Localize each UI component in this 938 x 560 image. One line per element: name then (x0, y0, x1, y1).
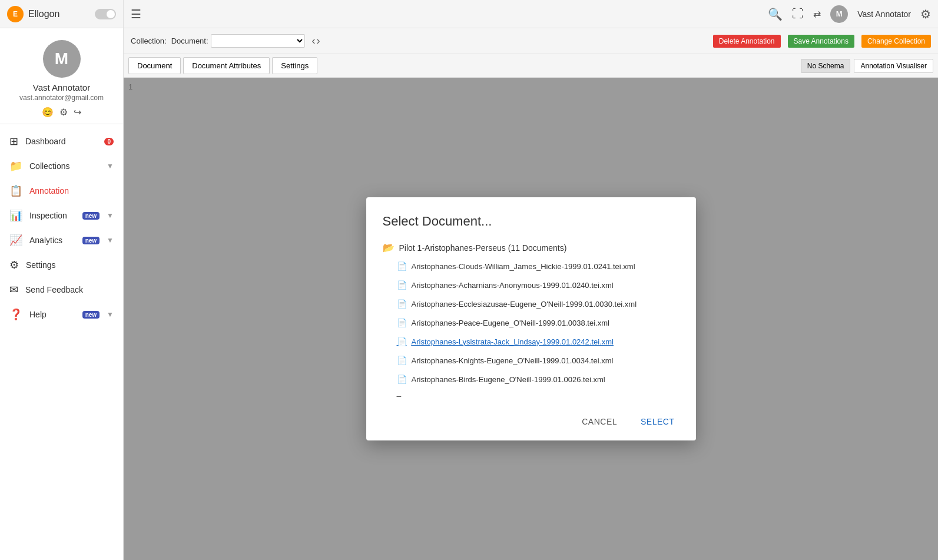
avatar: M (43, 40, 81, 78)
user-email: vast.annotator@gmail.com (19, 94, 104, 102)
document-item-2[interactable]: 📄 Aristophanes-Acharnians-Anonymous-1999… (383, 276, 680, 294)
collection-name: Pilot 1-Aristophanes-Perseus (11 Documen… (399, 243, 567, 253)
save-annotations-button[interactable]: Save Annotations (788, 35, 854, 48)
modal-body: 📂 Pilot 1-Aristophanes-Perseus (11 Docum… (366, 238, 696, 403)
document-label: Document: (171, 37, 208, 45)
no-schema-button[interactable]: No Schema (801, 59, 851, 73)
sidebar-item-settings[interactable]: ⚙ Settings (0, 253, 123, 277)
chevron-down-icon: ▼ (107, 211, 114, 220)
help-icon: ❓ (9, 308, 22, 321)
global-icons: 🔍 ⛶ ⇄ M Vast Annotator ⚙ (768, 5, 931, 23)
analytics-new-badge: new (82, 237, 100, 244)
logout-icon[interactable]: ↪ (74, 107, 81, 118)
main-area: ☰ 🔍 ⛶ ⇄ M Vast Annotator ⚙ Collection: D… (124, 0, 938, 560)
prev-arrow-icon[interactable]: ‹ (312, 35, 316, 47)
sidebar-item-dashboard[interactable]: ⊞ Dashboard 0 (0, 129, 123, 154)
feedback-icon: ✉ (9, 283, 18, 296)
document-item-3[interactable]: 📄 Aristophanes-Ecclesiazusae-Eugene_O'Ne… (383, 294, 680, 313)
inspection-new-badge: new (82, 212, 100, 220)
sidebar-item-help[interactable]: ❓ Help new ▼ (0, 302, 123, 327)
sidebar-item-collections[interactable]: 📁 Collections ▼ (0, 154, 123, 178)
doc-name: Aristophanes-Ecclesiazusae-Eugene_O'Neil… (412, 300, 637, 309)
translate-icon[interactable]: ⇄ (813, 8, 821, 19)
annotation-visualiser-button[interactable]: Annotation Visualiser (854, 59, 933, 73)
collection-row: 📂 Pilot 1-Aristophanes-Perseus (11 Docum… (383, 238, 680, 257)
hamburger-icon[interactable]: ☰ (131, 7, 141, 21)
nav-arrows: ‹ › (312, 35, 320, 47)
fullscreen-icon[interactable]: ⛶ (792, 7, 804, 21)
doc-icon: 📄 (397, 375, 407, 384)
doc-name: Aristophanes-Knights-Eugene_O'Neill-1999… (412, 356, 614, 365)
app-logo: E (7, 6, 24, 22)
chevron-down-icon: ▼ (107, 162, 114, 170)
tab-settings[interactable]: Settings (272, 57, 317, 74)
settings-nav-icon: ⚙ (9, 259, 19, 271)
sidebar-item-label: Dashboard (25, 137, 97, 146)
doc-name: Aristophanes-Lysistrata-Jack_Lindsay-199… (412, 337, 614, 346)
collections-icon: 📁 (9, 160, 22, 173)
user-icons: 😊 ⚙ ↪ (42, 107, 81, 118)
help-new-badge: new (82, 311, 100, 319)
sidebar-item-label: Collections (29, 161, 100, 171)
search-icon[interactable]: 🔍 (768, 7, 783, 21)
chevron-down-icon: ▼ (107, 310, 114, 319)
document-item-6[interactable]: 📄 Aristophanes-Knights-Eugene_O'Neill-19… (383, 351, 680, 370)
tab-document-attributes[interactable]: Document Attributes (183, 57, 270, 74)
doc-name: Aristophanes-Clouds-William_James_Hickie… (412, 262, 635, 271)
global-user-name: Vast Annotator (857, 9, 911, 19)
modal-title: Select Document... (366, 197, 696, 238)
analytics-icon: 📈 (9, 234, 22, 247)
sidebar-item-inspection[interactable]: 📊 Inspection new ▼ (0, 203, 123, 228)
global-settings-icon[interactable]: ⚙ (920, 7, 931, 21)
sidebar-item-label: Help (29, 310, 75, 319)
select-button[interactable]: SELECT (631, 412, 684, 431)
profile-icon[interactable]: 😊 (42, 107, 54, 118)
sidebar-item-label: Settings (26, 260, 114, 270)
document-select-wrap: Document: (171, 34, 305, 48)
doc-icon: 📄 (397, 280, 407, 290)
doc-name: Aristophanes-Birds-Eugene_O'Neill-1999.0… (412, 375, 605, 384)
document-item-7[interactable]: 📄 Aristophanes-Birds-Eugene_O'Neill-1999… (383, 370, 680, 389)
doc-name: Aristophanes-Peace-Eugene_O'Neill-1999.0… (412, 319, 609, 327)
sidebar-item-label: Inspection (29, 211, 75, 220)
right-panel-tabs: No Schema Annotation Visualiser (796, 59, 938, 73)
global-avatar: M (830, 5, 848, 23)
app-name: Ellogon (28, 9, 59, 19)
document-item-5[interactable]: 📄 Aristophanes-Lysistrata-Jack_Lindsay-1… (383, 332, 680, 351)
modal-overlay: Select Document... 📂 Pilot 1-Aristophane… (124, 78, 938, 560)
user-section: M Vast Annotator vast.annotator@gmail.co… (0, 28, 123, 124)
sidebar-item-label: Annotation (29, 186, 114, 195)
annotation-icon: 📋 (9, 184, 22, 197)
settings-icon[interactable]: ⚙ (59, 107, 68, 118)
chevron-down-icon: ▼ (107, 236, 114, 244)
user-name: Vast Annotator (33, 82, 90, 92)
document-dropdown[interactable] (211, 34, 305, 48)
doc-icon: 📄 (397, 299, 407, 309)
nav: ⊞ Dashboard 0 📁 Collections ▼ 📋 Annotati… (0, 124, 123, 560)
document-item-4[interactable]: 📄 Aristophanes-Peace-Eugene_O'Neill-1999… (383, 313, 680, 332)
doc-icon: 📄 (397, 261, 407, 271)
folder-icon: 📂 (383, 242, 395, 253)
select-document-modal: Select Document... 📂 Pilot 1-Aristophane… (366, 197, 696, 440)
document-item-1[interactable]: 📄 Aristophanes-Clouds-William_James_Hick… (383, 257, 680, 276)
inspection-icon: 📊 (9, 209, 22, 222)
dashboard-badge: 0 (104, 138, 114, 145)
next-arrow-icon[interactable]: › (317, 35, 320, 47)
annotation-bar: Collection: Document: ‹ › Delete Annotat… (124, 28, 938, 54)
toggle-switch[interactable] (95, 9, 116, 19)
sidebar-item-send-feedback[interactable]: ✉ Send Feedback (0, 277, 123, 302)
doc-icon: 📄 (397, 356, 407, 365)
sidebar-item-analytics[interactable]: 📈 Analytics new ▼ (0, 228, 123, 253)
doc-name: Aristophanes-Acharnians-Anonymous-1999.0… (412, 281, 614, 290)
delete-annotation-button[interactable]: Delete Annotation (713, 35, 781, 48)
sidebar: E Ellogon M Vast Annotator vast.annotato… (0, 0, 124, 560)
doc-icon: 📄 (397, 318, 407, 327)
tab-document[interactable]: Document (128, 57, 181, 74)
cancel-button[interactable]: CANCEL (572, 412, 627, 431)
global-top-bar: ☰ 🔍 ⛶ ⇄ M Vast Annotator ⚙ (124, 0, 938, 28)
dashboard-icon: ⊞ (9, 135, 18, 148)
sidebar-top-bar: E Ellogon (0, 0, 123, 28)
list-ellipsis: – (383, 389, 680, 403)
change-collection-button[interactable]: Change Collection (861, 35, 931, 48)
sidebar-item-annotation[interactable]: 📋 Annotation (0, 178, 123, 203)
